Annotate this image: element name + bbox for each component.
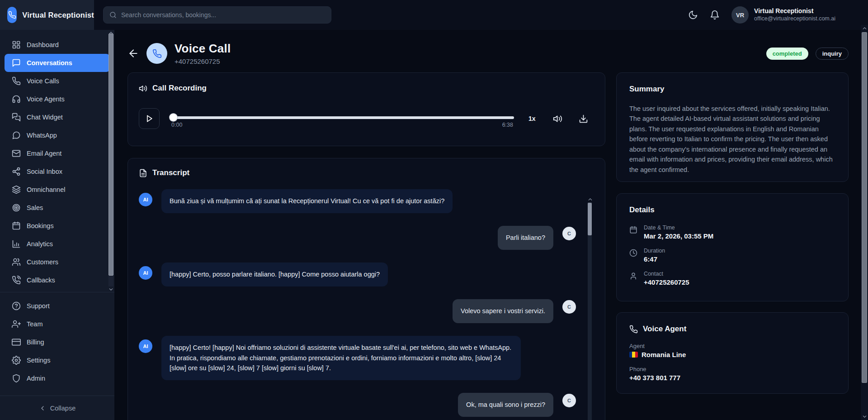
detail-label: Duration	[644, 248, 665, 254]
play-button[interactable]	[139, 108, 160, 129]
agent-label: Agent	[629, 343, 835, 349]
sidebar-item-label: Admin	[27, 375, 45, 382]
help-icon	[12, 301, 21, 310]
search-input[interactable]	[121, 11, 325, 19]
message-bubble: Ok, ma quali sono i prezzi?	[458, 393, 553, 417]
phone-call-icon	[12, 276, 21, 285]
phone-icon	[12, 76, 21, 86]
current-time: 0:00	[171, 122, 182, 128]
sidebar-item-customers[interactable]: Customers	[5, 253, 110, 271]
sidebar-item-label: Chat Widget	[27, 114, 63, 121]
user-icon	[629, 272, 637, 280]
calendar-icon	[629, 226, 637, 234]
app-logo-icon	[7, 7, 17, 23]
download-button[interactable]	[579, 114, 588, 124]
user-avatar: VR	[731, 6, 749, 24]
window-scroll-thumb[interactable]	[862, 32, 867, 383]
recording-title: Call Recording	[152, 84, 207, 93]
transcript-message-user: Parli italiano?C	[139, 226, 576, 250]
caller-avatar: C	[562, 394, 576, 407]
sidebar-item-label: Voice Agents	[27, 95, 65, 103]
app-logo: Virtual Receptionist	[0, 0, 94, 30]
sidebar-item-email-agent[interactable]: Email Agent	[5, 144, 110, 162]
global-search[interactable]	[103, 6, 331, 24]
voice-agent-title: Voice Agent	[643, 325, 686, 334]
ai-avatar: AI	[139, 193, 152, 206]
scroll-down-icon[interactable]	[862, 414, 868, 420]
chat-round-icon	[12, 131, 21, 140]
summary-card: Summary The user inquired about the serv…	[616, 72, 849, 182]
ai-avatar: AI	[139, 339, 152, 353]
status-badge-completed: completed	[766, 48, 808, 60]
headphones-icon	[12, 95, 21, 104]
romania-flag-icon	[629, 352, 638, 358]
sidebar-item-label: Billing	[27, 339, 44, 346]
transcript-message-ai: AI[happy] Certo, posso parlare italiano.…	[139, 262, 576, 286]
scroll-down-icon[interactable]	[108, 286, 114, 292]
analytics-icon	[12, 239, 21, 248]
agent-phone-number: +40 373 801 777	[629, 374, 835, 382]
mail-icon	[12, 149, 21, 158]
seek-slider[interactable]: 0:00 6:38	[170, 108, 514, 129]
sidebar-item-callbacks[interactable]: Callbacks	[5, 271, 110, 289]
transcript-title: Transcript	[152, 168, 189, 177]
sidebar-item-omnichannel[interactable]: Omnichannel	[5, 181, 110, 199]
user-menu[interactable]: VR Virtual Receptionist office@virtualre…	[731, 6, 835, 24]
status-badges: completedinquiry	[766, 48, 849, 60]
sidebar-item-team[interactable]: Team	[5, 315, 110, 333]
sidebar-item-sales[interactable]: Sales	[5, 199, 110, 217]
notifications-bell-icon[interactable]	[710, 10, 720, 20]
sidebar-item-voice-agents[interactable]: Voice Agents	[5, 90, 110, 108]
sidebar-item-social-inbox[interactable]: Social Inbox	[5, 162, 110, 181]
details-card: Details Date & TimeMar 2, 2026, 03:55 PM…	[616, 193, 849, 301]
sidebar-item-billing[interactable]: Billing	[5, 333, 110, 351]
status-badge-inquiry: inquiry	[816, 48, 849, 60]
theme-toggle-moon-icon[interactable]	[688, 10, 698, 20]
agent-phone-label: Phone	[629, 366, 835, 372]
back-button[interactable]	[127, 48, 139, 59]
sidebar-scroll-thumb[interactable]	[108, 33, 113, 276]
credit-card-icon	[12, 338, 21, 347]
detail-row-date-time: Date & TimeMar 2, 2026, 03:55 PM	[629, 224, 835, 240]
sidebar-item-settings[interactable]: Settings	[5, 351, 110, 369]
chat-multi-icon	[12, 113, 21, 122]
sidebar-item-support[interactable]: Support	[5, 297, 110, 315]
call-recording-card: Call Recording 0:00 6:38 1x	[127, 72, 605, 146]
transcript-scroll-thumb[interactable]	[588, 203, 592, 235]
sidebar-item-voice-calls[interactable]: Voice Calls	[5, 72, 110, 90]
message-bubble: Volevo sapere i vostri servizi.	[453, 299, 553, 323]
clock-icon	[629, 249, 637, 257]
sidebar-item-analytics[interactable]: Analytics	[5, 235, 110, 253]
seek-thumb[interactable]	[170, 114, 177, 121]
sidebar-scrollbar[interactable]	[108, 30, 114, 292]
user-plus-icon	[12, 320, 21, 329]
sidebar-item-bookings[interactable]: Bookings	[5, 217, 110, 235]
window-scrollbar[interactable]	[861, 25, 868, 420]
transcript-messages: AIBună ziua și vă mulțumim că ați sunat …	[139, 189, 594, 420]
audio-player: 0:00 6:38 1x	[139, 108, 594, 129]
sidebar-item-label: Sales	[27, 204, 43, 211]
caller-phone-number: +40725260725	[175, 57, 231, 65]
sidebar-item-chat-widget[interactable]: Chat Widget	[5, 108, 110, 126]
detail-value: +40725260725	[644, 278, 689, 286]
sidebar-item-whatsapp[interactable]: WhatsApp	[5, 126, 110, 144]
playback-speed-button[interactable]: 1x	[528, 115, 536, 122]
transcript-card: Transcript AIBună ziua și vă mulțumim că…	[127, 158, 605, 420]
sidebar-item-label: WhatsApp	[27, 132, 57, 139]
details-title: Details	[629, 205, 655, 215]
scroll-up-icon[interactable]	[587, 196, 593, 202]
sidebar-collapse-button[interactable]: Collapse	[0, 396, 114, 420]
caller-avatar: C	[562, 300, 576, 314]
volume-button[interactable]	[553, 114, 562, 124]
sidebar-secondary-nav: SupportTeamBillingSettingsAdmin	[0, 292, 114, 387]
scroll-up-icon[interactable]	[862, 25, 868, 31]
detail-row-contact: Contact+40725260725	[629, 271, 835, 286]
transcript-scrollbar[interactable]	[587, 196, 592, 420]
sidebar-item-dashboard[interactable]: Dashboard	[5, 36, 110, 54]
phone-icon	[152, 49, 162, 58]
user-email: office@virtualreceptionist.com.ai	[754, 15, 835, 23]
seek-track[interactable]	[170, 116, 514, 119]
sidebar-item-admin[interactable]: Admin	[5, 369, 110, 387]
shield-icon	[12, 374, 21, 383]
sidebar-item-conversations[interactable]: Conversations	[5, 54, 110, 72]
